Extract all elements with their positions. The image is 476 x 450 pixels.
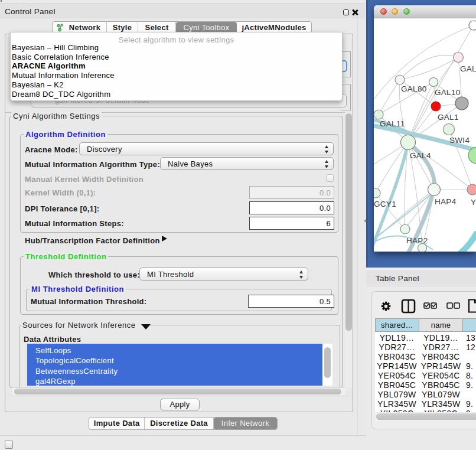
- svg-text:GAL11: GAL11: [380, 119, 405, 128]
- svg-text:HAP2: HAP2: [406, 236, 428, 245]
- svg-text:YE: YE: [471, 198, 476, 207]
- svg-text:GCY1: GCY1: [374, 200, 396, 208]
- svg-text:GAL80: GAL80: [401, 84, 427, 93]
- svg-text:GAL4: GAL4: [410, 151, 431, 160]
- svg-text:GAL10: GAL10: [435, 88, 461, 97]
- svg-text:SWI4: SWI4: [449, 136, 470, 145]
- svg-text:HAP4: HAP4: [435, 197, 457, 206]
- svg-text:GAL1: GAL1: [438, 113, 459, 122]
- svg-text:GAL2: GAL2: [460, 64, 476, 73]
